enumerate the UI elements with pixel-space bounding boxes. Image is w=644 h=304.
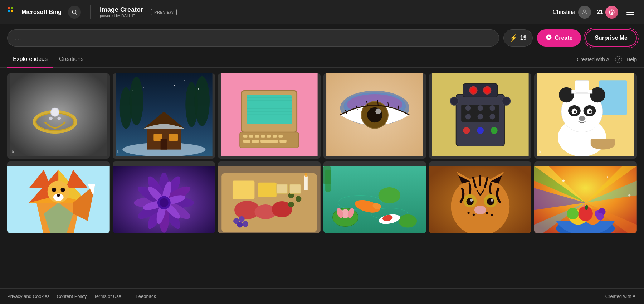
boost-count: 19 bbox=[520, 35, 527, 41]
svg-rect-0 bbox=[8, 7, 10, 9]
image-cell-ring[interactable]: b bbox=[7, 73, 110, 159]
tabs-section: Explore ideas Creations Created with AI … bbox=[0, 52, 644, 68]
svg-point-149 bbox=[239, 216, 245, 222]
svg-point-95 bbox=[589, 110, 592, 113]
svg-rect-47 bbox=[255, 135, 259, 138]
svg-rect-54 bbox=[260, 140, 278, 143]
tab-explore[interactable]: Explore ideas bbox=[7, 52, 53, 68]
create-button[interactable]: Create bbox=[537, 29, 581, 47]
svg-point-210 bbox=[607, 176, 608, 178]
image-cell-robot[interactable]: b bbox=[429, 73, 532, 159]
image-cell-koi[interactable] bbox=[323, 161, 426, 233]
image-cell-flower[interactable] bbox=[113, 161, 215, 233]
svg-line-5 bbox=[75, 13, 77, 15]
create-label: Create bbox=[555, 35, 573, 41]
terms-link[interactable]: Terms of Use bbox=[94, 294, 121, 299]
tab-creations[interactable]: Creations bbox=[53, 52, 89, 68]
svg-point-178 bbox=[487, 198, 494, 205]
svg-point-115 bbox=[57, 194, 60, 197]
svg-point-6 bbox=[584, 10, 586, 12]
svg-point-82 bbox=[502, 97, 510, 105]
svg-rect-49 bbox=[267, 135, 271, 138]
footer-created-ai: Created with AI bbox=[605, 294, 637, 299]
create-icon bbox=[546, 34, 552, 42]
svg-point-96 bbox=[579, 116, 585, 121]
content-policy-link[interactable]: Content Policy bbox=[57, 294, 87, 299]
help-label[interactable]: Help bbox=[626, 57, 637, 62]
image-creator-title: Image Creator bbox=[100, 6, 143, 14]
svg-point-147 bbox=[288, 202, 294, 207]
svg-point-12 bbox=[57, 117, 61, 120]
image-grid-container: b bbox=[0, 68, 644, 239]
svg-point-81 bbox=[450, 97, 458, 105]
svg-point-75 bbox=[465, 114, 470, 119]
powered-by-label: powered by DALL·E bbox=[100, 14, 143, 18]
svg-point-185 bbox=[491, 214, 493, 216]
image-cell-computer[interactable] bbox=[218, 73, 321, 159]
coin-avatar bbox=[605, 6, 618, 19]
svg-point-30 bbox=[198, 88, 199, 90]
svg-rect-24 bbox=[160, 139, 167, 150]
search-button[interactable] bbox=[68, 6, 81, 19]
svg-rect-98 bbox=[575, 80, 589, 92]
user-section[interactable]: Christina bbox=[553, 6, 591, 19]
tab-creations-label: Creations bbox=[59, 56, 83, 62]
footer-right: Created with AI bbox=[605, 294, 637, 299]
feedback-link[interactable]: Feedback bbox=[136, 294, 156, 299]
image-cell-tiger[interactable] bbox=[429, 161, 532, 233]
footer-links: Privacy and Cookies Content Policy Terms… bbox=[7, 294, 156, 299]
svg-point-16 bbox=[129, 77, 143, 125]
svg-rect-45 bbox=[243, 135, 248, 138]
svg-point-76 bbox=[477, 114, 483, 119]
footer: Privacy and Cookies Content Policy Terms… bbox=[0, 288, 644, 304]
svg-point-79 bbox=[477, 127, 483, 134]
surprise-button[interactable]: Surprise Me bbox=[585, 29, 637, 47]
svg-point-63 bbox=[375, 109, 381, 114]
svg-rect-153 bbox=[290, 184, 301, 194]
image-cell-food[interactable] bbox=[218, 161, 321, 233]
svg-rect-3 bbox=[11, 10, 13, 12]
svg-point-73 bbox=[477, 105, 483, 111]
svg-point-18 bbox=[194, 76, 210, 126]
help-icon[interactable]: ? bbox=[615, 56, 622, 63]
svg-point-180 bbox=[491, 199, 493, 202]
boost-icon: ⚡ bbox=[509, 34, 517, 42]
svg-text:b: b bbox=[434, 149, 436, 154]
svg-rect-100 bbox=[591, 139, 615, 144]
svg-rect-55 bbox=[280, 140, 287, 143]
tab-explore-label: Explore ideas bbox=[13, 56, 48, 62]
svg-rect-50 bbox=[273, 135, 277, 138]
image-cell-fox[interactable] bbox=[7, 161, 110, 233]
bing-logo[interactable]: Microsoft Bing bbox=[7, 6, 62, 18]
svg-point-209 bbox=[562, 180, 565, 182]
image-cell-fruits[interactable] bbox=[534, 161, 637, 233]
svg-rect-152 bbox=[277, 184, 288, 194]
image-cell-panda[interactable]: b bbox=[534, 73, 637, 159]
svg-rect-52 bbox=[243, 140, 250, 143]
svg-point-72 bbox=[465, 105, 470, 111]
preview-badge: PREVIEW bbox=[151, 9, 177, 15]
svg-point-28 bbox=[184, 80, 185, 81]
privacy-link[interactable]: Privacy and Cookies bbox=[7, 294, 50, 299]
image-cell-eye[interactable] bbox=[323, 73, 426, 159]
svg-point-94 bbox=[574, 110, 577, 113]
svg-point-151 bbox=[243, 221, 248, 227]
svg-rect-140 bbox=[233, 181, 254, 199]
app-header: Microsoft Bing Image Creator powered by … bbox=[0, 0, 644, 24]
search-bar[interactable]: ... bbox=[7, 29, 499, 47]
svg-point-74 bbox=[489, 105, 495, 111]
svg-rect-172 bbox=[325, 170, 331, 192]
svg-rect-2 bbox=[8, 10, 10, 12]
svg-point-146 bbox=[296, 196, 301, 202]
username: Christina bbox=[553, 9, 575, 15]
header-left: Microsoft Bing Image Creator powered by … bbox=[7, 5, 177, 19]
tabs-left: Explore ideas Creations bbox=[7, 52, 577, 67]
image-cell-cabin[interactable]: b bbox=[113, 73, 215, 159]
svg-point-26 bbox=[157, 82, 157, 82]
menu-button[interactable] bbox=[624, 6, 637, 19]
bing-logo-icon bbox=[7, 6, 19, 18]
svg-rect-1 bbox=[11, 7, 13, 9]
svg-point-78 bbox=[463, 127, 470, 134]
svg-rect-154 bbox=[304, 177, 308, 190]
svg-point-27 bbox=[174, 85, 175, 86]
